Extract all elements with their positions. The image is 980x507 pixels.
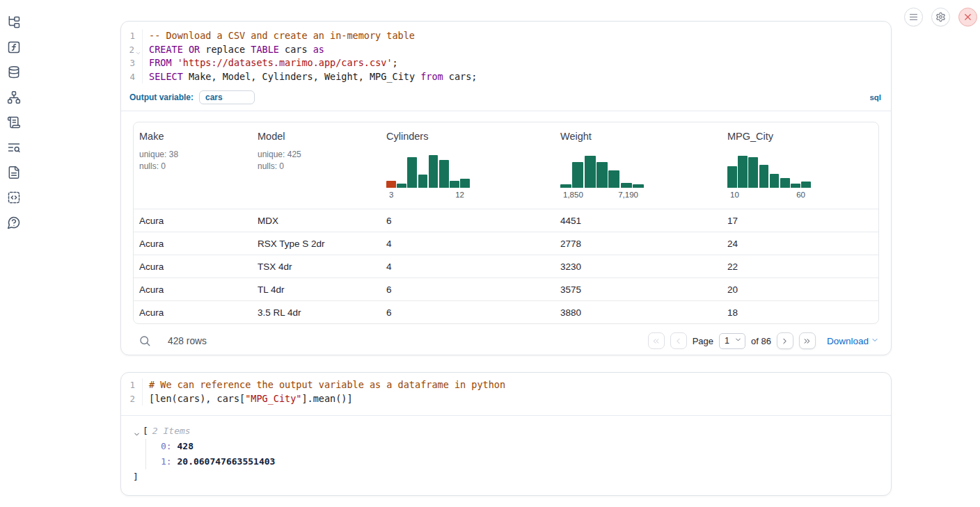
line-number: 1	[121, 378, 143, 392]
code-line[interactable]: 2[len(cars), cars["MPG_City"].mean()]	[121, 392, 891, 406]
tree-entries: 0: 4281: 20.060747663551403	[145, 439, 880, 469]
code-line[interactable]: 3FROM 'https://datasets.marimo.app/cars.…	[121, 56, 891, 70]
histogram-bar	[608, 170, 619, 188]
open-bracket: [	[143, 424, 148, 439]
menu-button[interactable]	[904, 8, 923, 26]
histogram-bar	[748, 157, 758, 188]
code-text: FROM 'https://datasets.marimo.app/cars.c…	[143, 56, 398, 70]
next-page-button[interactable]	[777, 332, 793, 349]
table-row[interactable]: AcuraTL 4dr6357520	[134, 277, 878, 300]
histogram-bar	[429, 155, 438, 188]
histogram-bar	[407, 157, 417, 188]
file-tree-icon[interactable]	[7, 15, 21, 29]
histogram-bar	[560, 184, 571, 188]
table-cell: Acura	[134, 261, 252, 272]
sql-code-editor[interactable]: 1-- Download a CSV and create an in-memo…	[121, 22, 891, 88]
last-page-button[interactable]	[799, 332, 816, 349]
column-header-model[interactable]: Modelunique: 425nulls: 0	[252, 122, 381, 209]
column-histogram	[727, 152, 811, 188]
column-header-make[interactable]: Makeunique: 38nulls: 0	[134, 122, 252, 209]
code-line[interactable]: 2CREATE OR replace TABLE cars as	[121, 43, 891, 57]
code-line[interactable]: 1-- Download a CSV and create an in-memo…	[121, 29, 891, 43]
output-variable-input[interactable]: cars	[199, 90, 255, 104]
table-cell: TL 4dr	[252, 284, 381, 295]
previous-page-button[interactable]	[670, 332, 687, 349]
histogram-bar	[759, 165, 769, 188]
snippets-icon[interactable]	[7, 191, 21, 204]
table-cell: 6	[381, 307, 555, 318]
python-code-editor[interactable]: 1# We can reference the output variable …	[121, 373, 891, 415]
histogram-bar	[418, 175, 428, 188]
code-text: # We can reference the output variable a…	[143, 378, 505, 392]
table-cell: TSX 4dr	[252, 261, 381, 272]
sql-output-area: Makeunique: 38nulls: 0Modelunique: 425nu…	[121, 111, 891, 355]
table-row[interactable]: AcuraTSX 4dr4323022	[134, 255, 878, 277]
histogram-bar	[801, 182, 811, 188]
function-icon[interactable]	[7, 40, 21, 54]
settings-button[interactable]	[931, 8, 950, 26]
code-text: CREATE OR replace TABLE cars as	[143, 43, 324, 57]
column-name: Weight	[560, 131, 716, 142]
language-badge: sql	[869, 93, 881, 102]
tree-entry-value: 20.060747663551403	[177, 456, 275, 467]
table-cell: 24	[722, 239, 878, 249]
page-number-select[interactable]: 1	[719, 333, 745, 349]
table-cell: 18	[722, 307, 878, 318]
pagination: Page 1 of 86	[648, 332, 816, 349]
chevron-down-icon	[871, 336, 879, 346]
row-count-label: 428 rows	[168, 336, 207, 346]
first-page-button[interactable]	[648, 332, 665, 349]
table-footer: 428 rows Page 1 of 86 Download	[133, 330, 879, 351]
histogram-bar	[791, 184, 800, 188]
table-cell: 4	[381, 261, 555, 272]
shutdown-button[interactable]	[958, 8, 977, 26]
line-number: 4	[121, 70, 143, 84]
code-line[interactable]: 1# We can reference the output variable …	[121, 378, 891, 392]
line-number: 3	[121, 56, 143, 70]
histogram-axis-labels: 1,8507,190	[560, 191, 644, 199]
table-cell: Acura	[134, 216, 252, 226]
table-row[interactable]: AcuraMDX6445117	[134, 209, 878, 232]
column-header-mpg_city[interactable]: MPG_City1060	[722, 122, 878, 209]
table-cell: 20	[722, 284, 878, 295]
histogram-bar	[439, 160, 449, 188]
histogram-axis-labels: 312	[386, 191, 470, 199]
marimo-notebook-app: 1-- Download a CSV and create an in-memo…	[0, 0, 980, 507]
column-header-weight[interactable]: Weight1,8507,190	[555, 122, 722, 209]
tree-entry-value: 428	[177, 441, 193, 451]
fold-caret-icon[interactable]	[135, 47, 141, 53]
table-cell: 4	[381, 239, 555, 249]
top-right-controls	[904, 8, 977, 26]
document-icon[interactable]	[7, 166, 21, 179]
search-icon[interactable]	[139, 335, 151, 347]
code-line[interactable]: 4SELECT Make, Model, Cylinders, Weight, …	[121, 70, 891, 84]
database-icon[interactable]	[7, 65, 21, 79]
histogram-bar	[585, 156, 596, 188]
histogram-bar	[621, 183, 632, 188]
table-cell: 3230	[555, 261, 722, 272]
python-output-tree: [ 2 Items 0: 4281: 20.060747663551403 ]	[121, 416, 891, 496]
table-cell: Acura	[134, 239, 252, 249]
logs-icon[interactable]	[7, 140, 21, 154]
column-header-cylinders[interactable]: Cylinders312	[381, 122, 555, 209]
table-row[interactable]: Acura3.5 RL 4dr6388018	[134, 300, 878, 323]
table-cell: 2778	[555, 239, 722, 249]
table-cell: MDX	[252, 216, 381, 226]
line-number: 2	[121, 43, 143, 57]
histogram-bar	[780, 178, 790, 188]
histogram-bar	[770, 174, 780, 188]
script-icon[interactable]	[7, 115, 21, 129]
download-button[interactable]: Download	[827, 336, 879, 346]
close-bracket: ]	[133, 469, 880, 485]
left-sidebar-panel	[7, 15, 21, 230]
histogram-bar	[386, 181, 396, 188]
help-icon[interactable]	[7, 216, 21, 230]
page-number-value: 1	[725, 336, 729, 346]
column-name: Make	[139, 131, 246, 142]
dependency-graph-icon[interactable]	[7, 90, 21, 104]
tree-entry: 0: 428	[161, 439, 880, 454]
collapse-caret-icon[interactable]	[133, 428, 141, 435]
histogram-bar	[572, 162, 583, 188]
tree-entry: 1: 20.060747663551403	[161, 454, 880, 469]
table-row[interactable]: AcuraRSX Type S 2dr4277824	[134, 232, 878, 255]
